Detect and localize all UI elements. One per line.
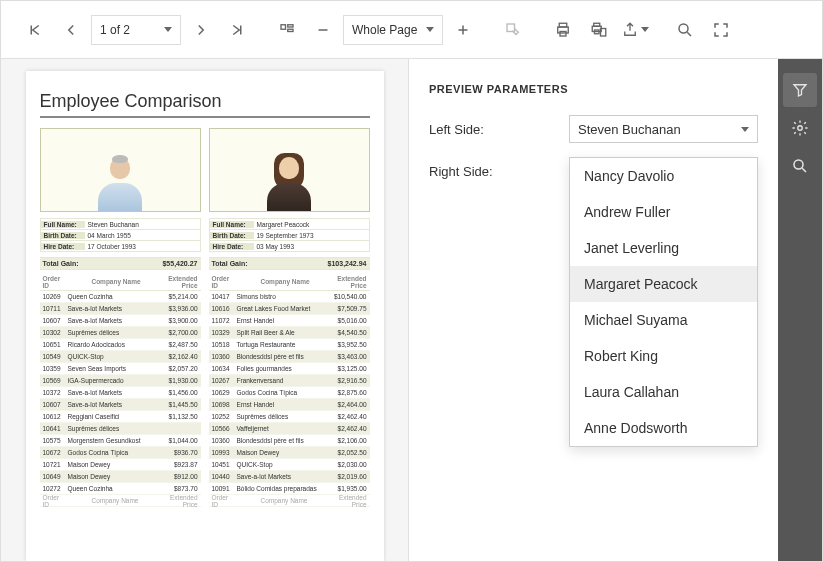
- page-selector[interactable]: 1 of 2: [91, 15, 181, 45]
- table-row: 10252Suprêmes délices$2,462.40: [209, 411, 370, 423]
- caret-down-icon: [164, 27, 172, 32]
- panel-title: PREVIEW PARAMETERS: [429, 83, 758, 95]
- table-row: 10721Maison Dewey$923.87: [40, 459, 201, 471]
- table-row: 10711Save-a-lot Markets$3,936.00: [40, 303, 201, 315]
- zoom-in-button[interactable]: [447, 14, 479, 46]
- table-row: 10518Tortuga Restaurante$3,952.50: [209, 339, 370, 351]
- table-row: 10641Suprêmes délices: [40, 423, 201, 435]
- highlight-fields-button[interactable]: [497, 14, 529, 46]
- zoom-out-button[interactable]: [307, 14, 339, 46]
- table-row: 11072Ernst Handel$5,016.00: [209, 315, 370, 327]
- right-side-label: Right Side:: [429, 164, 569, 179]
- table-row: 10267Frankenversand$2,916.50: [209, 375, 370, 387]
- table-row: 10360Blondesddsl père et fils$3,463.00: [209, 351, 370, 363]
- table-row: 10549QUICK-Stop$2,162.40: [40, 351, 201, 363]
- table-row: 10451QUICK-Stop$2,030.00: [209, 459, 370, 471]
- zoom-value: Whole Page: [352, 23, 417, 37]
- dropdown-option[interactable]: Michael Suyama: [570, 302, 757, 338]
- field-row: Hire Date:17 October 1993: [40, 240, 201, 252]
- document-area: Employee Comparison Full Name:Steven Buc…: [1, 59, 408, 561]
- total-gain-row: Total Gain:$103,242.94: [209, 257, 370, 270]
- table-row: 10634Folies gourmandes$3,125.00: [209, 363, 370, 375]
- report-page: Employee Comparison Full Name:Steven Buc…: [26, 71, 384, 561]
- table-row: 10993Maison Dewey$2,052.50: [209, 447, 370, 459]
- first-page-button[interactable]: [19, 14, 51, 46]
- page-indicator: 1 of 2: [100, 23, 130, 37]
- svg-rect-0: [281, 24, 286, 29]
- table-row: 10616Great Lakes Food Market$7,509.75: [209, 303, 370, 315]
- table-row: 10566Vaffeljernet$2,462.40: [209, 423, 370, 435]
- svg-point-11: [679, 24, 688, 33]
- print-page-button[interactable]: [583, 14, 615, 46]
- next-page-button[interactable]: [185, 14, 217, 46]
- dropdown-option[interactable]: Laura Callahan: [570, 374, 757, 410]
- dropdown-option[interactable]: Robert King: [570, 338, 757, 374]
- report-title: Employee Comparison: [40, 91, 370, 112]
- table-row: 10417Simons bistro$10,540.00: [209, 291, 370, 303]
- svg-rect-6: [560, 31, 566, 36]
- last-page-button[interactable]: [221, 14, 253, 46]
- svg-rect-2: [288, 29, 293, 31]
- table-row: 10440Save-a-lot Markets$2,019.60: [209, 471, 370, 483]
- fullscreen-button[interactable]: [705, 14, 737, 46]
- left-side-select[interactable]: Steven Buchanan: [569, 115, 758, 143]
- search-button[interactable]: [669, 14, 701, 46]
- rail-parameters-button[interactable]: [783, 73, 817, 107]
- employee-photo: [209, 128, 370, 212]
- svg-rect-3: [507, 24, 515, 32]
- field-row: Hire Date:03 May 1993: [209, 240, 370, 252]
- employee-left-column: Full Name:Steven BuchananBirth Date:04 M…: [40, 128, 201, 507]
- dropdown-option[interactable]: Janet Leverling: [570, 230, 757, 266]
- table-footer-row: Order IDCompany NameExtended Price: [40, 495, 201, 507]
- title-rule: [40, 116, 370, 118]
- table-row: 10359Seven Seas Imports$2,057.20: [40, 363, 201, 375]
- prev-page-button[interactable]: [55, 14, 87, 46]
- table-row: 10612Reggiani Caseifici$1,132.50: [40, 411, 201, 423]
- table-row: 10569IGA-Supermercado$1,930.00: [40, 375, 201, 387]
- table-row: 10575Morgenstern Gesundkost$1,044.00: [40, 435, 201, 447]
- dropdown-option[interactable]: Nancy Davolio: [570, 158, 757, 194]
- total-gain-row: Total Gain:$55,420.27: [40, 257, 201, 270]
- main-content: Employee Comparison Full Name:Steven Buc…: [1, 59, 822, 561]
- rail-settings-button[interactable]: [783, 111, 817, 145]
- dropdown-option[interactable]: Anne Dodsworth: [570, 410, 757, 446]
- table-row: 10329Split Rail Beer & Ale$4,540.50: [209, 327, 370, 339]
- toolbar: 1 of 2 Whole Page: [1, 1, 822, 59]
- export-button[interactable]: [619, 14, 651, 46]
- table-row: 10629Godos Cocina Típica$2,875.60: [209, 387, 370, 399]
- table-row: 10302Suprêmes délices$2,700.00: [40, 327, 201, 339]
- left-side-label: Left Side:: [429, 122, 569, 137]
- table-row: 10360Blondesddsl père et fils$2,106.00: [209, 435, 370, 447]
- parameters-panel: PREVIEW PARAMETERS Left Side: Steven Buc…: [408, 59, 778, 561]
- svg-point-13: [794, 160, 803, 169]
- table-footer-row: Order IDCompany NameExtended Price: [209, 495, 370, 507]
- table-row: 10672Godos Cocina Típica$936.70: [40, 447, 201, 459]
- dropdown-option[interactable]: Margaret Peacock: [570, 266, 757, 302]
- rail-search-button[interactable]: [783, 149, 817, 183]
- table-row: 10651Ricardo Adocicados$2,487.50: [40, 339, 201, 351]
- right-side-dropdown: Nancy DavolioAndrew FullerJanet Leverlin…: [569, 157, 758, 447]
- svg-rect-1: [288, 24, 293, 26]
- employee-photo: [40, 128, 201, 212]
- table-row: 10607Save-a-lot Markets$3,900.00: [40, 315, 201, 327]
- svg-point-12: [798, 126, 803, 131]
- table-header: Order IDCompany NameExtended Price: [40, 273, 201, 291]
- caret-down-icon: [741, 127, 749, 132]
- table-row: 10698Ernst Handel$2,464.00: [209, 399, 370, 411]
- caret-down-icon: [426, 27, 434, 32]
- multipage-button[interactable]: [271, 14, 303, 46]
- table-row: 10269Queen Cozinha$5,214.00: [40, 291, 201, 303]
- table-row: 10607Save-a-lot Markets$1,445.50: [40, 399, 201, 411]
- dropdown-option[interactable]: Andrew Fuller: [570, 194, 757, 230]
- side-rail: [778, 59, 822, 561]
- employee-right-column: Full Name:Margaret PeacockBirth Date:19 …: [209, 128, 370, 507]
- caret-down-icon: [641, 27, 649, 32]
- zoom-selector[interactable]: Whole Page: [343, 15, 443, 45]
- print-button[interactable]: [547, 14, 579, 46]
- table-header: Order IDCompany NameExtended Price: [209, 273, 370, 291]
- left-side-value: Steven Buchanan: [578, 122, 681, 137]
- table-row: 10649Maison Dewey$912.00: [40, 471, 201, 483]
- table-row: 10372Save-a-lot Markets$1,456.00: [40, 387, 201, 399]
